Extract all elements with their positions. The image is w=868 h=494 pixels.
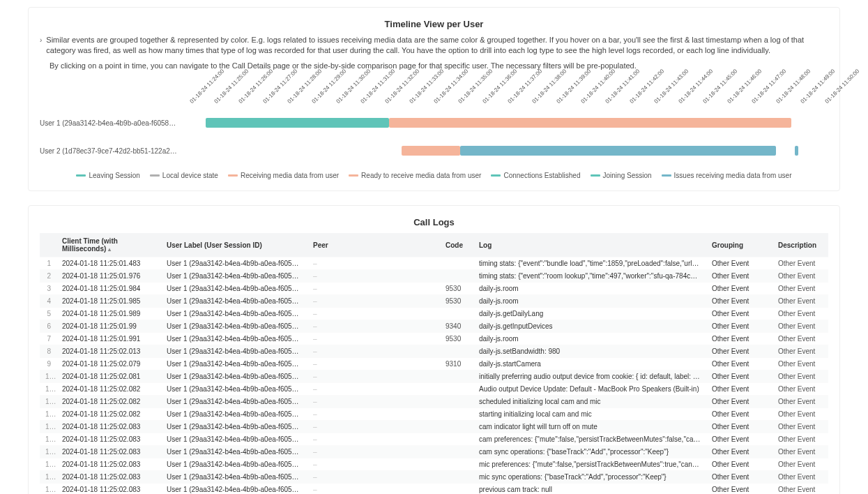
cell-peer: –	[307, 257, 440, 270]
col-log[interactable]: Log	[473, 233, 706, 257]
col-group[interactable]: Grouping	[706, 233, 772, 257]
legend-receiving[interactable]: Receiving media data from user	[228, 172, 339, 179]
cell-group: Other Event	[706, 471, 772, 484]
col-desc[interactable]: Description	[772, 233, 828, 257]
col-code[interactable]: Code	[440, 233, 473, 257]
cell-peer: –	[307, 484, 440, 494]
row-num: 19	[40, 484, 56, 494]
col-time[interactable]: Client Time (with Milliseconds) ▴	[56, 233, 161, 257]
cell-log: scheduled initializing local cam and mic	[473, 396, 706, 408]
cell-group: Other Event	[706, 484, 772, 494]
cell-desc: Other Event	[772, 421, 828, 433]
timeline-chart[interactable]: 01-18-24 11:24:0001-18-24 11:25:0001-18-…	[40, 75, 828, 179]
cell-log: cam sync operations: {"baseTrack":"Add",…	[473, 446, 706, 458]
cell-code: 9310	[440, 358, 473, 370]
cell-peer: –	[307, 358, 440, 370]
cell-user: User 1 (29aa3142-b4ea-4b9b-a0ea-f60585bd…	[161, 471, 307, 484]
table-row[interactable]: 152024-01-18 11:25:02.083User 1 (29aa314…	[40, 433, 828, 446]
user1-track[interactable]	[186, 118, 828, 128]
table-row[interactable]: 132024-01-18 11:25:02.082User 1 (29aa314…	[40, 408, 828, 421]
cell-group: Other Event	[706, 295, 772, 308]
cell-desc: Other Event	[772, 270, 828, 283]
table-row[interactable]: 192024-01-18 11:25:02.083User 1 (29aa314…	[40, 484, 828, 494]
table-row[interactable]: 22024-01-18 11:25:01.976User 1 (29aa3142…	[40, 270, 828, 283]
table-row[interactable]: 142024-01-18 11:25:02.083User 1 (29aa314…	[40, 421, 828, 433]
table-row[interactable]: 112024-01-18 11:25:02.082User 1 (29aa314…	[40, 383, 828, 396]
cell-desc: Other Event	[772, 484, 828, 494]
call-logs-panel: Call Logs Client Time (with Milliseconds…	[28, 205, 840, 494]
table-row[interactable]: 52024-01-18 11:25:01.989User 1 (29aa3142…	[40, 308, 828, 320]
row-num: 18	[40, 471, 56, 484]
cell-time: 2024-01-18 11:25:02.083	[56, 458, 161, 471]
cell-code	[440, 433, 473, 446]
cell-time: 2024-01-18 11:25:01.976	[56, 270, 161, 283]
cell-log: starting initializing local cam and mic	[473, 408, 706, 421]
cell-peer: –	[307, 458, 440, 471]
cell-user: User 1 (29aa3142-b4ea-4b9b-a0ea-f60585bd…	[161, 446, 307, 458]
cell-log: daily-js.room	[473, 283, 706, 295]
cell-group: Other Event	[706, 270, 772, 283]
col-rownum[interactable]	[40, 233, 56, 257]
cell-log: mic sync operations: {"baseTrack":"Add",…	[473, 471, 706, 484]
cell-code	[440, 345, 473, 358]
segment-issues[interactable]	[460, 146, 776, 156]
legend-issues[interactable]: Issues receiving media data from user	[662, 172, 792, 179]
table-row[interactable]: 182024-01-18 11:25:02.083User 1 (29aa314…	[40, 471, 828, 484]
cell-log: mic preferences: {"mute":false,"persistT…	[473, 458, 706, 471]
table-row[interactable]: 162024-01-18 11:25:02.083User 1 (29aa314…	[40, 446, 828, 458]
legend-local-device[interactable]: Local device state	[150, 172, 218, 179]
cell-user: User 1 (29aa3142-b4ea-4b9b-a0ea-f60585bd…	[161, 396, 307, 408]
swatch-icon	[76, 174, 86, 177]
table-row[interactable]: 172024-01-18 11:25:02.083User 1 (29aa314…	[40, 458, 828, 471]
table-row[interactable]: 82024-01-18 11:25:02.013User 1 (29aa3142…	[40, 345, 828, 358]
cell-peer: –	[307, 295, 440, 308]
segment-receiving[interactable]	[389, 118, 791, 128]
cell-desc: Other Event	[772, 370, 828, 383]
col-user[interactable]: User Label (User Session ID)	[161, 233, 307, 257]
cell-peer: –	[307, 408, 440, 421]
cell-desc: Other Event	[772, 308, 828, 320]
timeline-title: Timeline View per User	[40, 19, 828, 29]
chevron-right-icon[interactable]: ›	[40, 36, 42, 44]
cell-time: 2024-01-18 11:25:02.082	[56, 408, 161, 421]
cell-code	[440, 458, 473, 471]
segment-issues-2[interactable]	[795, 146, 798, 156]
cell-user: User 1 (29aa3142-b4ea-4b9b-a0ea-f60585bd…	[161, 421, 307, 433]
table-row[interactable]: 122024-01-18 11:25:02.082User 1 (29aa314…	[40, 396, 828, 408]
segment-connections[interactable]	[206, 118, 389, 128]
table-row[interactable]: 72024-01-18 11:25:01.991User 1 (29aa3142…	[40, 333, 828, 345]
cell-peer: –	[307, 270, 440, 283]
segment-ready[interactable]	[402, 146, 461, 156]
legend-connections[interactable]: Connections Established	[491, 172, 580, 179]
table-row[interactable]: 102024-01-18 11:25:02.081User 1 (29aa314…	[40, 370, 828, 383]
cell-desc: Other Event	[772, 458, 828, 471]
table-row[interactable]: 32024-01-18 11:25:01.984User 1 (29aa3142…	[40, 283, 828, 295]
table-row[interactable]: 92024-01-18 11:25:02.079User 1 (29aa3142…	[40, 358, 828, 370]
cell-time: 2024-01-18 11:25:02.083	[56, 484, 161, 494]
cell-log: daily-js.getDailyLang	[473, 308, 706, 320]
legend-joining[interactable]: Joining Session	[591, 172, 652, 179]
table-row[interactable]: 62024-01-18 11:25:01.99User 1 (29aa3142-…	[40, 320, 828, 333]
user2-track[interactable]	[186, 146, 828, 156]
legend-leaving[interactable]: Leaving Session	[76, 172, 139, 179]
cell-desc: Other Event	[772, 433, 828, 446]
table-row[interactable]: 42024-01-18 11:25:01.985User 1 (29aa3142…	[40, 295, 828, 308]
cell-desc: Other Event	[772, 333, 828, 345]
legend-ready[interactable]: Ready to receive media data from user	[349, 172, 481, 179]
cell-log: timing stats: {"event":"bundle load","ti…	[473, 257, 706, 270]
cell-user: User 1 (29aa3142-b4ea-4b9b-a0ea-f60585bd…	[161, 370, 307, 383]
row-num: 3	[40, 283, 56, 295]
table-row[interactable]: 12024-01-18 11:25:01.483User 1 (29aa3142…	[40, 257, 828, 270]
col-peer[interactable]: Peer	[307, 233, 440, 257]
timeline-row-user1: User 1 (29aa3142-b4ea-4b9b-a0ea-f60585bd…	[40, 113, 828, 133]
swatch-icon	[349, 174, 358, 177]
cell-code	[440, 396, 473, 408]
cell-group: Other Event	[706, 345, 772, 358]
cell-desc: Other Event	[772, 283, 828, 295]
sort-asc-icon[interactable]: ▴	[108, 246, 111, 253]
cell-user: User 1 (29aa3142-b4ea-4b9b-a0ea-f60585bd…	[161, 408, 307, 421]
cell-desc: Other Event	[772, 446, 828, 458]
user1-label: User 1 (29aa3142-b4ea-4b9b-a0ea-f60585bd…	[40, 119, 186, 127]
cell-group: Other Event	[706, 421, 772, 433]
cell-time: 2024-01-18 11:25:02.083	[56, 446, 161, 458]
